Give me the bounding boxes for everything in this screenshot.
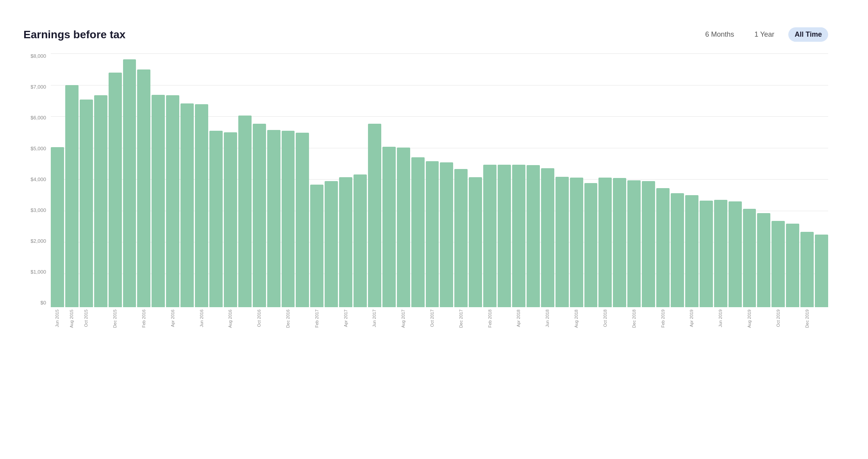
- bar[interactable]: [51, 147, 64, 307]
- bar[interactable]: [454, 169, 468, 307]
- bar[interactable]: [555, 177, 569, 307]
- bar[interactable]: [642, 181, 655, 307]
- x-label-col: [527, 310, 540, 331]
- bar-col: [498, 165, 511, 307]
- x-label-col: [729, 310, 742, 331]
- bar[interactable]: [296, 133, 309, 307]
- x-label-col: Apr 2018: [512, 310, 525, 331]
- bar[interactable]: [743, 209, 756, 307]
- x-label-col: [700, 310, 713, 331]
- x-axis-label: Apr 2019: [689, 310, 694, 327]
- bar-col: [253, 124, 266, 307]
- bar[interactable]: [714, 200, 727, 307]
- bar[interactable]: [613, 178, 626, 307]
- bar[interactable]: [253, 124, 266, 307]
- x-axis-label: Oct 2019: [776, 310, 780, 327]
- bar[interactable]: [656, 188, 670, 308]
- bar[interactable]: [354, 174, 367, 307]
- bar[interactable]: [498, 165, 511, 307]
- bar[interactable]: [109, 73, 122, 307]
- bar[interactable]: [426, 161, 439, 307]
- x-label-col: [354, 310, 367, 331]
- bar[interactable]: [382, 147, 396, 307]
- bar-col: [541, 168, 554, 307]
- bar[interactable]: [368, 124, 381, 307]
- x-label-col: [382, 310, 396, 331]
- bar[interactable]: [180, 103, 194, 307]
- bar[interactable]: [757, 213, 770, 307]
- x-axis-label: Jun 2019: [718, 310, 723, 327]
- bar[interactable]: [483, 165, 497, 307]
- bar[interactable]: [94, 95, 107, 307]
- bar-col: [757, 213, 770, 307]
- x-labels: Jun 2015Aug 2015Oct 2015Dec 2015Feb 2016…: [51, 310, 828, 331]
- bar[interactable]: [772, 221, 785, 307]
- bar[interactable]: [224, 132, 237, 308]
- filter-6months[interactable]: 6 Months: [699, 27, 740, 42]
- x-label-col: [613, 310, 626, 331]
- bar[interactable]: [80, 100, 93, 307]
- x-label-col: Dec 2015: [109, 310, 122, 331]
- bar[interactable]: [729, 201, 742, 307]
- bar[interactable]: [166, 95, 179, 307]
- bar-col: [743, 209, 756, 307]
- bar-col: [123, 59, 136, 307]
- x-axis-label: Jun 2018: [545, 310, 550, 327]
- bar[interactable]: [512, 165, 525, 307]
- bar[interactable]: [527, 165, 540, 307]
- bar[interactable]: [325, 181, 338, 307]
- bar[interactable]: [700, 201, 713, 307]
- bar[interactable]: [282, 131, 295, 307]
- bar-col: [137, 69, 150, 307]
- bar[interactable]: [238, 116, 252, 307]
- bar[interactable]: [209, 131, 223, 307]
- bar-col: [570, 178, 583, 307]
- x-axis-label: Feb 2018: [488, 310, 492, 327]
- x-label-col: [469, 310, 482, 331]
- y-axis-label: $8,000: [30, 53, 46, 59]
- x-label-col: Dec 2016: [282, 310, 295, 331]
- bar[interactable]: [267, 130, 280, 307]
- bar[interactable]: [195, 104, 208, 307]
- bar-col: [166, 95, 179, 307]
- bar[interactable]: [339, 177, 352, 307]
- bar[interactable]: [584, 183, 598, 308]
- filter-alltime[interactable]: All Time: [788, 27, 828, 42]
- bar-col: [555, 177, 569, 307]
- bar[interactable]: [440, 162, 453, 307]
- bar-col: [815, 235, 828, 307]
- filter-1year[interactable]: 1 Year: [748, 27, 780, 42]
- x-axis-label: Aug 2019: [747, 310, 752, 328]
- bar[interactable]: [310, 185, 323, 307]
- x-axis-label: Dec 2017: [459, 310, 463, 328]
- bar[interactable]: [541, 168, 554, 307]
- bar[interactable]: [685, 195, 698, 307]
- bar[interactable]: [152, 95, 165, 307]
- bar[interactable]: [397, 148, 410, 308]
- x-axis-label: Dec 2016: [286, 310, 290, 328]
- bar[interactable]: [786, 224, 799, 307]
- bar-col: [109, 73, 122, 307]
- bar[interactable]: [570, 178, 583, 307]
- bar-col: [94, 95, 107, 307]
- bar[interactable]: [815, 235, 828, 307]
- bar[interactable]: [411, 157, 425, 307]
- bar[interactable]: [598, 178, 612, 307]
- x-label-col: [238, 310, 252, 331]
- bar[interactable]: [469, 177, 482, 307]
- x-label-col: Feb 2017: [310, 310, 323, 331]
- bar[interactable]: [800, 232, 814, 307]
- x-label-col: Dec 2018: [627, 310, 641, 331]
- y-axis-label: $5,000: [30, 146, 46, 151]
- bar[interactable]: [65, 85, 79, 307]
- x-label-col: Oct 2017: [426, 310, 439, 331]
- x-label-col: [325, 310, 338, 331]
- bar[interactable]: [137, 69, 150, 307]
- bar[interactable]: [123, 59, 136, 307]
- x-label-col: Apr 2016: [166, 310, 179, 331]
- x-label-col: [296, 310, 309, 331]
- bar[interactable]: [671, 193, 684, 307]
- bars-wrapper: Jun 2015Aug 2015Oct 2015Dec 2015Feb 2016…: [51, 53, 828, 327]
- bar[interactable]: [627, 180, 641, 307]
- y-axis-label: $7,000: [30, 84, 46, 89]
